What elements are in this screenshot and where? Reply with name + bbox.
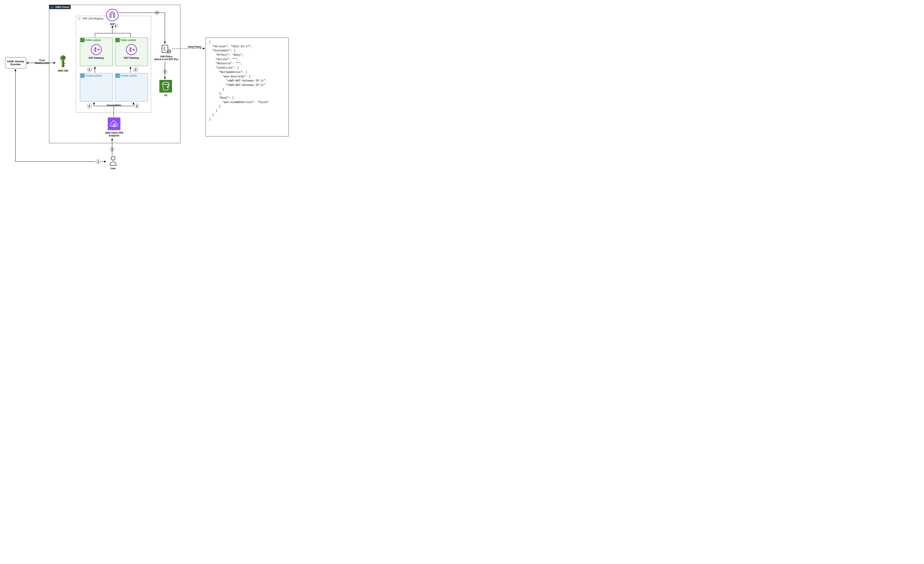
- association-label: Association: [104, 104, 124, 106]
- step-2-igw-policy: 2: [154, 10, 159, 15]
- cloud-icon: [51, 6, 54, 9]
- step-3-policy-s3: 3: [162, 69, 167, 74]
- lock-icon: [81, 74, 84, 78]
- client-vpn-node: AWS Client VPN Endpoint: [103, 117, 125, 137]
- user-label: User: [107, 167, 119, 170]
- igw-icon: [106, 9, 118, 21]
- step-2-priv-nat-right: 2: [133, 67, 138, 72]
- nat-gateway-2-label: NAT Gateway: [115, 57, 148, 59]
- iam-key-icon: [57, 55, 68, 68]
- svg-point-18: [114, 125, 115, 126]
- step-2-priv-nat-left: 2: [87, 67, 92, 72]
- svg-rect-16: [108, 117, 120, 130]
- step-2-assoc-left: 2: [87, 104, 92, 108]
- step-2-user-vpn: 2: [110, 147, 114, 152]
- iam-policy-node: IAM Policy (block if not NAT IPs): [153, 44, 179, 61]
- lock-icon: [116, 74, 120, 78]
- step-1: 1: [96, 159, 100, 164]
- svg-rect-8: [82, 40, 83, 41]
- svg-rect-14: [82, 75, 83, 77]
- svg-point-19: [111, 156, 115, 160]
- vpc-cloud-icon: [78, 17, 81, 20]
- public-subnet-1: Public subnet NAT Gateway: [80, 38, 113, 66]
- s3-node: S3: [158, 80, 174, 97]
- aws-cloud-header: AWS Cloud: [49, 5, 70, 9]
- policy-json-box: { "Version": "2012-10-17", "Statement": …: [206, 38, 289, 136]
- aws-cloud-title: AWS Cloud: [55, 6, 69, 9]
- igw-node: IGW: [105, 9, 119, 26]
- svg-point-6: [79, 18, 80, 19]
- deny-policy-label: Deny Policy: [186, 45, 204, 48]
- private-subnet-2: Private subnet: [115, 73, 148, 102]
- client-vpn-icon: [108, 117, 120, 130]
- public-subnet-1-label: Public subnet: [85, 39, 101, 42]
- iam-policy-icon: [161, 44, 171, 54]
- aws-iam-label: AWS IAM: [56, 69, 70, 72]
- svg-rect-10: [95, 47, 95, 52]
- svg-rect-23: [159, 80, 172, 93]
- s3-label: S3: [158, 94, 174, 97]
- iam-policy-label: IAM Policy (block if not NAT IPs): [153, 55, 179, 61]
- step-2-assoc-right: 2: [135, 104, 139, 108]
- architecture-diagram: SAML Identity Provider Trust Relationshi…: [4, 4, 292, 176]
- user-node: User: [107, 156, 119, 170]
- vpc-title: VPC (US-Region): [82, 17, 103, 20]
- svg-point-9: [91, 45, 101, 55]
- user-icon: [109, 156, 117, 166]
- nat-gateway-icon: [126, 44, 137, 55]
- lock-icon: [116, 38, 120, 42]
- trust-relationship-label: Trust Relationship: [34, 59, 50, 64]
- svg-rect-5: [63, 60, 64, 67]
- private-subnet-1: Private subnet: [80, 73, 113, 102]
- step-2-igw: 2: [113, 23, 118, 28]
- svg-point-12: [126, 45, 136, 55]
- public-subnet-2-label: Public subnet: [120, 39, 136, 42]
- s3-bucket-icon: [159, 80, 172, 93]
- svg-rect-15: [117, 75, 118, 77]
- nat-gateway-1-label: NAT Gateway: [80, 57, 112, 59]
- lock-icon: [81, 38, 84, 42]
- svg-rect-11: [117, 40, 118, 41]
- private-subnet-1-label: Private subnet: [85, 74, 102, 77]
- client-vpn-label: AWS Client VPN Endpoint: [103, 132, 125, 137]
- private-subnet-2-label: Private subnet: [120, 74, 137, 77]
- public-subnet-2: Public subnet NAT Gateway: [115, 38, 148, 66]
- svg-rect-13: [130, 47, 130, 52]
- svg-point-1: [62, 57, 64, 59]
- aws-iam-node: AWS IAM: [56, 55, 70, 72]
- nat-gateway-icon: [91, 44, 102, 55]
- saml-provider-box: SAML Identity Provider: [5, 57, 26, 68]
- svg-point-7: [106, 9, 118, 21]
